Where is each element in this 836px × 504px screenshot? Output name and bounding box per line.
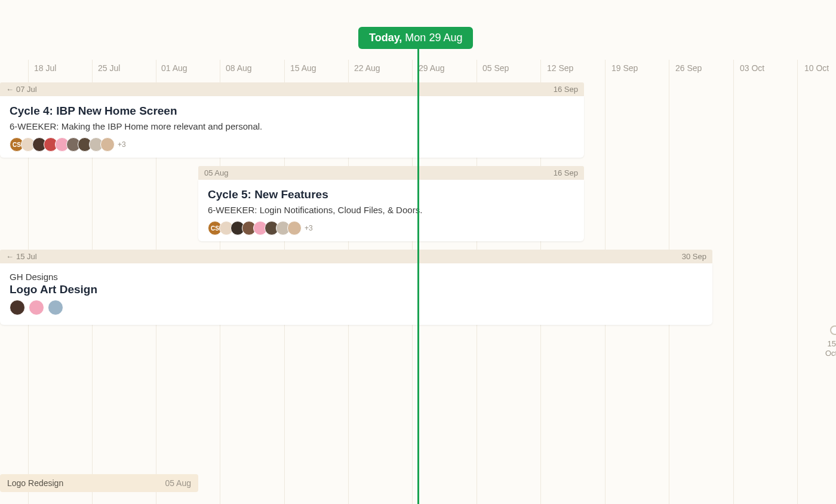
timeline-date-label: 03 Oct	[740, 63, 764, 73]
milestone-bar[interactable]: Logo Redesign05 Aug	[0, 474, 198, 492]
timeline-date-label: 18 Jul	[34, 63, 56, 73]
side-date-marker: 15 Oct	[825, 339, 836, 358]
timeline-date-label: 25 Jul	[98, 63, 120, 73]
avatar-group	[10, 300, 703, 315]
card-description: 6-WEEKER: Making the IBP Home more relev…	[10, 121, 574, 131]
card-end-date: 16 Sep	[554, 85, 578, 94]
avatar[interactable]	[10, 300, 25, 315]
avatar[interactable]	[100, 137, 115, 152]
timeline-date-label: 08 Aug	[226, 63, 252, 73]
avatar[interactable]	[48, 300, 63, 315]
timeline-date-label: 12 Sep	[547, 63, 573, 73]
card-date-strip: 05 Aug16 Sep	[198, 166, 584, 180]
today-prefix: Today,	[369, 32, 402, 44]
timeline-date-label: 15 Aug	[290, 63, 316, 73]
card-end-date: 30 Sep	[682, 252, 706, 261]
card-start-date: ←15 Jul	[6, 252, 37, 261]
timeline-date-label: 10 Oct	[804, 63, 829, 73]
today-badge: Today, Mon 29 Aug	[358, 27, 473, 49]
card-start-date: 05 Aug	[204, 168, 229, 177]
card-title: Logo Art Design	[10, 283, 703, 296]
card-logoart[interactable]: GH DesignsLogo Art Design	[0, 263, 712, 325]
side-marker-dot	[830, 325, 836, 335]
grid-line	[733, 60, 734, 504]
avatar-more-count[interactable]: +3	[305, 224, 313, 232]
avatar[interactable]	[29, 300, 44, 315]
milestone-title: Logo Redesign	[7, 478, 63, 488]
grid-line	[797, 60, 798, 504]
avatar[interactable]	[287, 221, 302, 235]
avatar-group: CS+3	[10, 137, 574, 152]
avatar-group: CS+3	[208, 221, 574, 235]
milestone-date: 05 Aug	[165, 478, 191, 488]
timeline-date-label: 29 Aug	[419, 63, 445, 73]
arrow-left-icon: ←	[6, 252, 14, 261]
today-marker-line	[417, 47, 419, 504]
card-title: Cycle 5: New Features	[208, 188, 574, 201]
timeline-date-label: 26 Sep	[675, 63, 702, 73]
timeline-date-label: 22 Aug	[354, 63, 380, 73]
card-title: Cycle 4: IBP New Home Screen	[10, 105, 574, 118]
card-date-strip: ←07 Jul16 Sep	[0, 82, 584, 96]
timeline-date-label: 05 Sep	[482, 63, 509, 73]
card-cycle4[interactable]: Cycle 4: IBP New Home Screen6-WEEKER: Ma…	[0, 96, 584, 158]
timeline-date-label: 19 Sep	[611, 63, 638, 73]
card-start-date: ←07 Jul	[6, 85, 37, 94]
card-description: 6-WEEKER: Login Notifications, Cloud Fil…	[208, 205, 574, 215]
card-end-date: 16 Sep	[554, 168, 578, 177]
card-cycle5[interactable]: Cycle 5: New Features6-WEEKER: Login Not…	[198, 180, 584, 241]
card-subtitle: GH Designs	[10, 272, 703, 282]
today-date: Mon 29 Aug	[405, 32, 462, 44]
arrow-left-icon: ←	[6, 85, 14, 94]
avatar-more-count[interactable]: +3	[118, 140, 126, 149]
timeline-date-label: 01 Aug	[161, 63, 188, 73]
card-date-strip: ←15 Jul30 Sep	[0, 250, 712, 263]
